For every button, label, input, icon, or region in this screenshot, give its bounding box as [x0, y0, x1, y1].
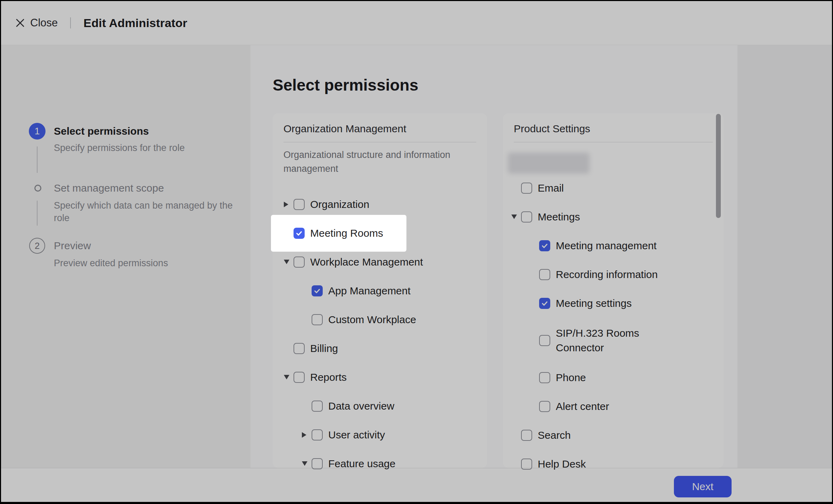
tree-row: Organization [273, 190, 487, 219]
close-icon [15, 18, 25, 28]
chevron-down-icon [284, 375, 289, 379]
row-label: Email [538, 181, 564, 195]
checkbox[interactable] [312, 429, 323, 440]
row-label: Meeting management [556, 238, 657, 253]
row-label: Meeting Rooms [310, 226, 383, 241]
checkbox-checked[interactable] [312, 285, 323, 296]
checkbox[interactable] [539, 401, 550, 412]
tree-row-highlighted: Meeting Rooms [271, 215, 406, 252]
card-divider [514, 142, 713, 142]
row-label: Meetings [538, 210, 580, 224]
row-label: Phone [556, 370, 586, 385]
permission-tree: Email Meetings Meeting management [503, 174, 724, 478]
checkbox[interactable] [539, 372, 550, 383]
expand-toggle[interactable] [284, 202, 294, 207]
permission-tree: Organization Meeting Rooms Workplace Man… [273, 190, 487, 478]
step-scope-indicator[interactable] [34, 185, 41, 192]
tree-row: Meetings [503, 202, 724, 231]
tree-row: Search [503, 421, 724, 450]
window-title: Edit Administrator [83, 16, 187, 30]
row-label: Feature usage [328, 456, 395, 471]
checkbox[interactable] [521, 183, 532, 194]
checkbox-checked[interactable] [539, 240, 550, 251]
tree-row: Email [503, 174, 724, 202]
step-scope-label[interactable]: Set management scope [54, 180, 164, 196]
main-panel: Select permissions Organization Manageme… [250, 45, 737, 468]
checkbox[interactable] [521, 430, 532, 441]
row-label: SIP/H.323 Rooms Connector [556, 326, 670, 355]
tree-row: Data overview [273, 392, 487, 420]
checkbox[interactable] [539, 335, 550, 346]
row-label: Recording information [556, 267, 658, 282]
chevron-right-icon [284, 202, 288, 207]
checkbox[interactable] [539, 269, 550, 280]
checkbox[interactable] [521, 459, 532, 470]
edit-administrator-modal: Close Edit Administrator 1 Select permis… [0, 0, 833, 504]
chevron-down-icon [302, 461, 307, 466]
tree-row: Meeting settings [503, 289, 724, 318]
expand-toggle[interactable] [284, 260, 294, 264]
tree-row: Workplace Management [273, 247, 487, 276]
tree-row: Reports [273, 363, 487, 392]
expand-toggle[interactable] [302, 432, 312, 438]
checkbox[interactable] [521, 211, 532, 222]
tree-row: Custom Workplace [273, 305, 487, 334]
close-label: Close [30, 17, 58, 29]
card-scrollbar[interactable] [716, 114, 721, 218]
top-bar: Close Edit Administrator [1, 1, 832, 45]
checkbox[interactable] [294, 199, 305, 210]
next-button[interactable]: Next [674, 476, 732, 497]
checkbox-checked[interactable] [539, 298, 550, 309]
checkbox[interactable] [312, 401, 323, 412]
step-1-indicator[interactable]: 1 [29, 123, 46, 140]
row-label: Reports [310, 370, 347, 385]
row-label: Billing [310, 341, 338, 356]
stepper-connector [37, 201, 38, 226]
row-label: Data overview [328, 399, 394, 413]
right-gutter [737, 45, 833, 468]
topbar-divider [70, 17, 71, 28]
row-label: Meeting settings [556, 296, 632, 311]
row-label: Organization [310, 197, 369, 212]
card-description: Organizational structure and information… [283, 148, 476, 176]
tree-row: Billing [273, 334, 487, 363]
checkbox[interactable] [294, 343, 305, 354]
checkbox[interactable] [312, 314, 323, 325]
checkbox[interactable] [294, 257, 305, 268]
tree-row: App Management [273, 276, 487, 305]
checkbox-checked[interactable] [294, 228, 305, 239]
row-label: Custom Workplace [328, 312, 416, 327]
tree-row: User activity [273, 420, 487, 449]
step-2-description: Preview edited permissions [54, 257, 168, 269]
tree-row: Alert center [503, 392, 724, 421]
expand-toggle[interactable] [511, 215, 521, 219]
row-label: Search [538, 428, 571, 443]
checkbox[interactable] [294, 372, 305, 383]
product-settings-card: Product Settings Email Meetings [503, 113, 724, 468]
step-2-label[interactable]: Preview [54, 237, 91, 254]
checkbox[interactable] [312, 458, 323, 469]
wizard-stepper: 1 Select permissions Specify permissions… [1, 45, 250, 468]
stepper-connector [37, 146, 38, 173]
expand-toggle[interactable] [302, 461, 312, 466]
tree-row: Feature usage [273, 449, 487, 478]
page-title: Select permissions [273, 75, 724, 95]
card-divider [283, 142, 476, 142]
tree-row: Meeting management [503, 231, 724, 260]
step-2-indicator[interactable]: 2 [29, 238, 45, 254]
redacted-text [508, 153, 589, 174]
step-1-label[interactable]: Select permissions [54, 123, 149, 140]
step-scope-description: Specify which data can be managed by the… [54, 199, 234, 224]
row-label: User activity [328, 428, 385, 442]
chevron-right-icon [302, 432, 306, 438]
close-button[interactable]: Close [15, 17, 58, 29]
tree-row: SIP/H.323 Rooms Connector [503, 318, 724, 363]
step-1-description: Specify permissions for the role [54, 142, 185, 154]
chevron-down-icon [284, 260, 289, 264]
row-label: Workplace Management [310, 255, 423, 269]
row-label: Alert center [556, 399, 609, 414]
chevron-down-icon [511, 215, 517, 219]
tree-row: Recording information [503, 260, 724, 289]
expand-toggle[interactable] [284, 375, 294, 379]
row-label: Help Desk [538, 457, 586, 471]
